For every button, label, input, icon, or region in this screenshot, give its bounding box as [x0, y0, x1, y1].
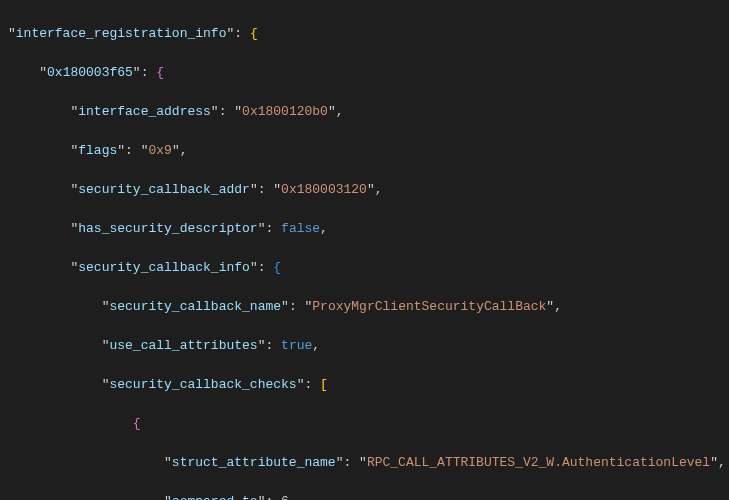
bool-token: false [281, 221, 320, 236]
key-token: security_callback_checks [109, 377, 296, 392]
code-line: "security_callback_info": { [8, 258, 729, 278]
code-line: "interface_registration_info": { [8, 24, 729, 44]
key-token: use_call_attributes [109, 338, 257, 353]
string-token: 0x9 [148, 143, 171, 158]
key-token: interface_address [78, 104, 211, 119]
string-token: 0x1800120b0 [242, 104, 328, 119]
code-line: "security_callback_name": "ProxyMgrClien… [8, 297, 729, 317]
code-line: "security_callback_addr": "0x180003120", [8, 180, 729, 200]
key-token: 0x180003f65 [47, 65, 133, 80]
key-token: security_callback_name [109, 299, 281, 314]
string-token: RPC_CALL_ATTRIBUTES_V2_W.AuthenticationL… [367, 455, 710, 470]
key-token: flags [78, 143, 117, 158]
code-line: "compared_to": 6, [8, 492, 729, 501]
key-token: interface_registration_info [16, 26, 227, 41]
key-token: compared_to [172, 494, 258, 501]
key-token: struct_attribute_name [172, 455, 336, 470]
code-line: { [8, 414, 729, 434]
code-line: "struct_attribute_name": "RPC_CALL_ATTRI… [8, 453, 729, 473]
key-token: security_callback_addr [78, 182, 250, 197]
bool-token: true [281, 338, 312, 353]
code-line: "security_callback_checks": [ [8, 375, 729, 395]
code-line: "use_call_attributes": true, [8, 336, 729, 356]
code-line: "has_security_descriptor": false, [8, 219, 729, 239]
number-token: 6 [281, 494, 289, 501]
key-token: has_security_descriptor [78, 221, 257, 236]
string-token: 0x180003120 [281, 182, 367, 197]
string-token: ProxyMgrClientSecurityCallBack [312, 299, 546, 314]
json-code-block: "interface_registration_info": { "0x1800… [0, 4, 729, 500]
key-token: security_callback_info [78, 260, 250, 275]
code-line: "flags": "0x9", [8, 141, 729, 161]
code-line: "interface_address": "0x1800120b0", [8, 102, 729, 122]
code-line: "0x180003f65": { [8, 63, 729, 83]
